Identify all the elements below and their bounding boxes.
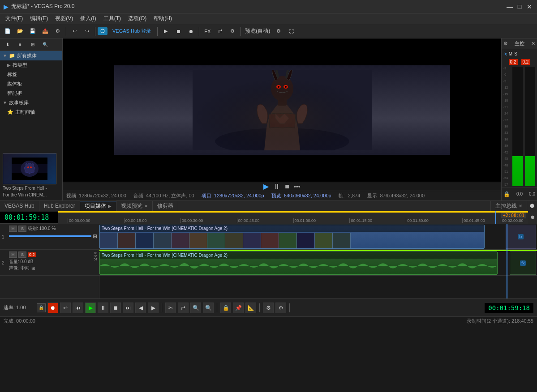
tree-tags[interactable]: 标签 bbox=[0, 70, 62, 79]
track-1-slider[interactable] bbox=[9, 235, 91, 237]
tab-video-preview[interactable]: 视频预览 ✕ bbox=[116, 201, 153, 211]
media-grid-button[interactable]: ⊞ bbox=[27, 39, 39, 50]
transport-trim[interactable]: ✂ bbox=[165, 303, 176, 313]
transport-stop[interactable]: ⏹ bbox=[110, 303, 121, 313]
preview-play-button[interactable]: ▶ bbox=[263, 182, 269, 191]
transport-loop[interactable]: ↩ bbox=[60, 303, 71, 313]
tab-trimmer[interactable]: 修剪器 bbox=[153, 201, 178, 211]
transport-search[interactable]: 🔍 bbox=[203, 303, 214, 313]
audio-clip-1[interactable]: Two Steps From Hell - For the Win (CINEM… bbox=[99, 251, 498, 275]
preview-stop-button[interactable]: ■ bbox=[285, 183, 289, 191]
transport-step-fwd[interactable]: ▶ bbox=[148, 303, 159, 313]
clip-thumbnail[interactable] bbox=[3, 153, 56, 184]
tree-label-story: 故事板库 bbox=[9, 99, 29, 106]
toolbar-export[interactable]: 📤 bbox=[39, 26, 51, 37]
tab-master-bus[interactable]: 主控总线 ✕ bbox=[490, 201, 527, 211]
preview-more-button[interactable]: ••• bbox=[294, 183, 301, 190]
tab-project-media[interactable]: 项目媒体 ▶ bbox=[80, 201, 116, 211]
track-1-solo[interactable]: S bbox=[18, 226, 26, 232]
vu-fx-label[interactable]: fx bbox=[503, 51, 507, 56]
vu-lock-icon[interactable]: 🔒 bbox=[503, 191, 510, 197]
vegas-hub-label[interactable]: VEGAS Hub 登录 bbox=[108, 26, 155, 37]
transport-mix[interactable]: ⇄ bbox=[178, 303, 189, 313]
toolbar-redo[interactable]: ↪ bbox=[81, 26, 93, 37]
tab-panel-expand[interactable]: ⬢ bbox=[527, 201, 537, 211]
tree-smart-cabinet[interactable]: 智能柜 bbox=[0, 89, 62, 98]
vu-controls-row: fx M S bbox=[502, 49, 537, 58]
toolbar-more[interactable]: ⚙ bbox=[227, 26, 238, 37]
toolbar-play[interactable]: ▶ bbox=[160, 26, 172, 37]
transport-record[interactable]: ⏺ bbox=[47, 303, 58, 313]
vegas-hub-logo[interactable]: ⬡ bbox=[98, 27, 107, 35]
vu-close-icon[interactable]: ✕ bbox=[531, 41, 535, 47]
toolbar-new[interactable]: 📄 bbox=[2, 26, 13, 37]
timeline-scroll-right[interactable]: ⬢ bbox=[528, 211, 537, 224]
toolbar-effects[interactable]: FX bbox=[202, 26, 213, 37]
menu-insert[interactable]: 插入(I) bbox=[77, 14, 99, 23]
toolbar-open[interactable]: 📂 bbox=[14, 26, 26, 37]
tree-storyboard[interactable]: ▼ 故事板库 bbox=[0, 98, 62, 107]
minimize-button[interactable]: — bbox=[506, 3, 514, 11]
transport-snap[interactable]: 🔒 bbox=[220, 303, 231, 313]
transport-region[interactable]: 📐 bbox=[245, 303, 256, 313]
video-clip-1[interactable]: Two Steps From Hell - For the Win (CINEM… bbox=[99, 225, 485, 249]
video-clip-fx[interactable]: fx bbox=[506, 225, 536, 249]
vu-settings-icon[interactable]: ⚙ bbox=[503, 41, 508, 47]
tab-label-explorer: Hub Explorer bbox=[44, 203, 75, 209]
tree-main-timeline[interactable]: ⭐ 主时间轴 bbox=[0, 107, 62, 117]
preview-pause-button[interactable]: ⏸ bbox=[273, 183, 280, 191]
toolbar-save[interactable]: 💾 bbox=[27, 26, 39, 37]
transport-zoom[interactable]: 🔍 bbox=[190, 303, 201, 313]
menu-edit[interactable]: 编辑(E) bbox=[26, 14, 52, 23]
toolbar-record[interactable]: ⏺ bbox=[185, 26, 197, 37]
speed-lock-button[interactable]: 🔒 bbox=[37, 303, 46, 312]
menu-help[interactable]: 帮助(H) bbox=[150, 14, 176, 23]
track-2-mute[interactable]: M bbox=[9, 251, 17, 258]
close-button[interactable]: ✕ bbox=[525, 3, 533, 11]
tree-media-cabinet[interactable]: 媒体柜 bbox=[0, 79, 62, 89]
track-1-mute[interactable]: M bbox=[9, 226, 17, 232]
timeline-ruler[interactable]: 00:00:00:00 00:00:15:00 00:00:30:00 00:0… bbox=[58, 211, 528, 224]
menu-options[interactable]: 选项(O) bbox=[125, 14, 150, 23]
import-media-button[interactable]: ⬇ bbox=[2, 39, 13, 50]
menu-file[interactable]: 文件(F) bbox=[2, 14, 26, 23]
maximize-button[interactable]: □ bbox=[516, 3, 524, 11]
toolbar-stop[interactable]: ⏹ bbox=[172, 26, 184, 37]
preview-mode-label[interactable]: 预览(自动) bbox=[243, 27, 272, 35]
transport-marker[interactable]: 📌 bbox=[233, 303, 244, 313]
tree-by-type[interactable]: ▶ 按类型 bbox=[0, 60, 62, 70]
menu-tools[interactable]: 工具(T) bbox=[100, 14, 125, 23]
tree-all-media[interactable]: ▼ 📁 所有媒体 bbox=[0, 51, 62, 60]
vu-m-label[interactable]: M bbox=[509, 51, 512, 56]
toolbar-fullscreen[interactable]: ⛶ bbox=[285, 26, 297, 37]
preview-panel: ▶ ⏸ ■ ••• 视频: 1280x720x32, 24.000 音频: 44… bbox=[63, 38, 501, 200]
tree-label-type: 按类型 bbox=[13, 62, 27, 68]
transport-step-back[interactable]: ◀ bbox=[135, 303, 146, 313]
clip-thumbnail-area: Two Steps From Hell - For the Win (CINEM… bbox=[0, 150, 62, 200]
track-num-1: 1 bbox=[2, 234, 4, 239]
toolbar-preview-settings[interactable]: ⚙ bbox=[273, 26, 284, 37]
tab-vegas-hub[interactable]: VEGAS Hub bbox=[0, 201, 39, 211]
tab-hub-explorer[interactable]: Hub Explorer bbox=[39, 201, 80, 211]
thumb-5 bbox=[172, 233, 189, 249]
menu-view[interactable]: 视图(V) bbox=[52, 14, 77, 23]
transport-pause[interactable]: ⏸ bbox=[98, 303, 108, 313]
media-pool-panel: ⬇ ≡ ⊞ 🔍 ▼ 📁 所有媒体 ▶ 按类型 标签 媒体柜 智能柜 bbox=[0, 38, 63, 200]
thumb-image bbox=[3, 153, 56, 184]
audio-clip-fx[interactable]: fx bbox=[510, 251, 536, 275]
media-view-button[interactable]: ≡ bbox=[14, 39, 26, 50]
track-2-solo[interactable]: S bbox=[18, 251, 26, 258]
track-1-level-label: 级别: 100.0 % bbox=[28, 226, 56, 232]
transport-sync[interactable]: ⚙ bbox=[263, 303, 274, 313]
tab-close-preview[interactable]: ✕ bbox=[144, 204, 148, 209]
transport-play[interactable]: ▶ bbox=[85, 303, 96, 313]
media-search-button[interactable]: 🔍 bbox=[39, 39, 51, 50]
toolbar-settings[interactable]: ⚙ bbox=[52, 26, 64, 37]
transport-next[interactable]: ⏭ bbox=[123, 303, 133, 313]
toolbar-transitions[interactable]: ⇄ bbox=[214, 26, 226, 37]
transport-settings[interactable]: ⚙ bbox=[275, 303, 286, 313]
transport-prev[interactable]: ⏮ bbox=[73, 303, 83, 313]
toolbar-undo[interactable]: ↩ bbox=[69, 26, 80, 37]
tab-close-master[interactable]: ✕ bbox=[519, 204, 522, 209]
vu-s-label[interactable]: S bbox=[514, 51, 517, 56]
